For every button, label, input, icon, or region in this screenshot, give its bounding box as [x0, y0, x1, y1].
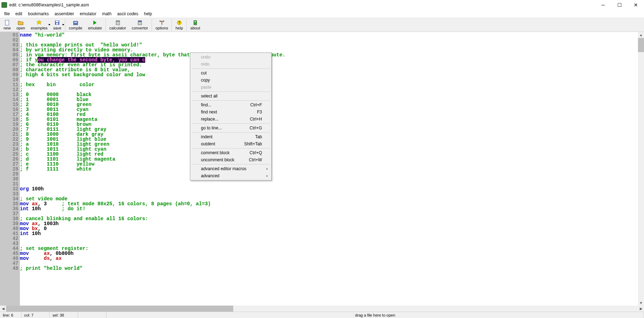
- ctx-advanced[interactable]: advanced: [191, 172, 271, 179]
- tool-compile[interactable]: compile: [66, 18, 85, 32]
- toolbar-separator: [105, 19, 106, 31]
- svg-rect-5: [74, 22, 77, 23]
- menu-separator: [192, 123, 270, 124]
- ctx-copy[interactable]: copy: [191, 77, 271, 84]
- ctx-outdent[interactable]: outdentShift+Tab: [191, 140, 271, 147]
- svg-rect-13: [195, 21, 196, 22]
- svg-rect-9: [138, 21, 141, 22]
- horizontal-scrollbar[interactable]: ◀ ▶: [0, 306, 644, 312]
- line-gutter: 0102030405060708091011121314151617181920…: [0, 32, 20, 312]
- toolbar-separator: [65, 19, 65, 31]
- examples-icon: [36, 20, 42, 26]
- menubar: fileeditbookmarksassembleremulatormathas…: [0, 10, 644, 18]
- tool-convertor[interactable]: convertor: [129, 18, 151, 32]
- ctx-select-all[interactable]: select all: [191, 93, 271, 100]
- menu-edit[interactable]: edit: [12, 11, 25, 17]
- options-icon: [159, 20, 165, 26]
- tool-emulate[interactable]: emulate: [85, 18, 105, 32]
- svg-rect-4: [73, 21, 78, 25]
- tool-save[interactable]: save: [50, 18, 64, 32]
- scroll-right-icon[interactable]: ▶: [638, 306, 644, 312]
- vertical-scrollbar[interactable]: ▲ ▼: [638, 32, 644, 306]
- context-menu[interactable]: undoredocutcopypasteselect allfind...Ctr…: [190, 52, 272, 180]
- svg-text:?: ?: [178, 21, 180, 25]
- svg-rect-2: [56, 21, 59, 22]
- toolbar-separator: [171, 19, 172, 31]
- menu-separator: [192, 148, 270, 149]
- tool-help[interactable]: ?help: [173, 18, 186, 32]
- maximize-button[interactable]: ☐: [611, 0, 628, 10]
- ctx-undo: undo: [191, 54, 271, 61]
- svg-rect-3: [56, 23, 58, 24]
- menu-separator: [192, 164, 270, 164]
- ctx-cut[interactable]: cut: [191, 69, 271, 77]
- menu-file[interactable]: file: [1, 11, 12, 17]
- ctx-redo: redo: [191, 61, 271, 68]
- emulate-icon: [92, 20, 98, 26]
- editor[interactable]: 0102030405060708091011121314151617181920…: [0, 32, 644, 312]
- about-icon: [192, 20, 198, 26]
- close-button[interactable]: ✕: [628, 0, 644, 10]
- menu-ascii-codes[interactable]: ascii codes: [114, 11, 141, 17]
- menu-help[interactable]: help: [141, 11, 155, 17]
- menu-separator: [192, 100, 270, 101]
- app-icon: [1, 2, 7, 8]
- tool-calculator[interactable]: calculator: [107, 18, 129, 32]
- titlebar: edit: c:\emu8086\examples\1_sample.asm ─…: [0, 0, 644, 10]
- ctx-paste: paste: [191, 84, 271, 91]
- ctx-uncomment-block[interactable]: uncomment blockCtrl+W: [191, 156, 271, 163]
- tool-options[interactable]: options: [153, 18, 171, 32]
- calculator-icon: [115, 20, 121, 26]
- menu-separator: [192, 68, 270, 69]
- scroll-down-icon[interactable]: ▼: [638, 300, 644, 306]
- minimize-button[interactable]: ─: [595, 0, 611, 10]
- ctx-comment-block[interactable]: comment blockCtrl+Q: [191, 149, 271, 156]
- ctx-go-to-line---[interactable]: go to line...Ctrl+G: [191, 124, 271, 132]
- tool-about[interactable]: about: [187, 18, 203, 32]
- ctx-find---[interactable]: find...Ctrl+F: [191, 101, 271, 108]
- code-area[interactable]: name "hi-world"; this example prints out…: [20, 32, 644, 312]
- toolbar-separator: [152, 19, 152, 31]
- menu-math[interactable]: math: [99, 11, 114, 17]
- toolbar: newopenexamplessavecompileemulatecalcula…: [0, 18, 644, 32]
- svg-rect-12: [194, 21, 197, 25]
- save-icon: [54, 20, 60, 26]
- compile-icon: [72, 20, 79, 26]
- menu-separator: [192, 91, 270, 92]
- menu-separator: [192, 132, 270, 133]
- ctx-indent[interactable]: indentTab: [191, 133, 271, 140]
- menu-emulator[interactable]: emulator: [77, 11, 99, 17]
- new-icon: [4, 20, 10, 26]
- ctx-replace---[interactable]: replace...Ctrl+H: [191, 116, 271, 123]
- svg-rect-7: [116, 21, 119, 22]
- tool-open[interactable]: open: [13, 18, 28, 32]
- ctx-find-next[interactable]: find nextF3: [191, 108, 271, 116]
- scroll-thumb[interactable]: [638, 38, 644, 52]
- dropdown-icon: [62, 24, 64, 26]
- scroll-thumb-h[interactable]: [6, 306, 233, 312]
- menu-bookmarks[interactable]: bookmarks: [25, 11, 52, 17]
- tool-examples[interactable]: examples: [28, 18, 50, 32]
- tool-new[interactable]: new: [1, 18, 13, 32]
- convertor-icon: [137, 20, 143, 26]
- scroll-up-icon[interactable]: ▲: [638, 32, 644, 38]
- open-icon: [17, 20, 24, 26]
- scroll-left-icon[interactable]: ◀: [0, 306, 6, 312]
- menu-assembler[interactable]: assembler: [51, 11, 77, 17]
- toolbar-separator: [186, 19, 187, 31]
- help-icon: ?: [176, 20, 182, 26]
- ctx-advanced-editor-macros[interactable]: advanced editor macros: [191, 165, 271, 172]
- window-title: edit: c:\emu8086\examples\1_sample.asm: [9, 2, 89, 7]
